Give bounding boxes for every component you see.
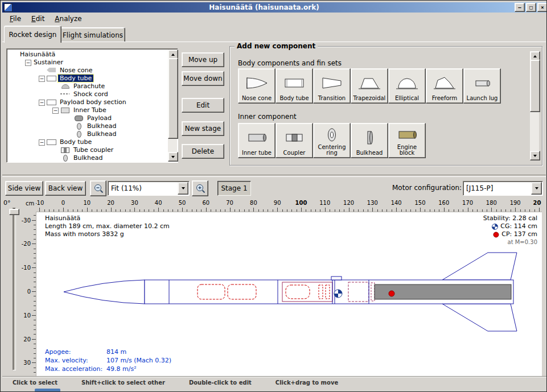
tab-flight-simulations[interactable]: Flight simulations	[60, 27, 125, 42]
tree-expander-spacer	[52, 147, 59, 153]
tree-item-nose-cone[interactable]: Nose cone	[7, 66, 168, 74]
rotation-slider-track[interactable]	[13, 208, 16, 370]
ruler-tick	[32, 291, 36, 292]
zoom-select[interactable]: Fit (11%)	[108, 181, 190, 196]
scrollbar-thumb[interactable]	[530, 60, 540, 112]
tree-item-label: Bulkhead	[85, 122, 118, 130]
tree-item-haisunäätä[interactable]: Haisunäätä	[7, 50, 168, 58]
tree-item-tube-coupler[interactable]: Tube coupler	[7, 146, 168, 154]
scroll-down-icon[interactable]	[530, 151, 540, 160]
tree-item-label: Body tube	[58, 138, 93, 146]
tree-item-payload-body-section[interactable]: Payload body section	[7, 98, 168, 106]
add-coupler-button[interactable]: Coupler	[275, 123, 313, 158]
coupler-icon	[59, 147, 72, 153]
fin-bottom[interactable]	[442, 304, 517, 331]
tree-item-bulkhead[interactable]: Bulkhead	[7, 154, 168, 162]
tree-item-inner-tube[interactable]: Inner Tube	[7, 106, 168, 114]
rocket-info: Haisunäätä Length 189 cm, max. diameter …	[45, 214, 170, 238]
hint-drag: Click+drag to move	[275, 379, 338, 386]
chevron-down-icon[interactable]	[531, 182, 542, 195]
ruler-label: 180	[486, 200, 497, 206]
chevron-down-icon[interactable]	[178, 182, 188, 195]
component-tree[interactable]: HaisunäätäSustainerNose coneBody tubePar…	[7, 49, 168, 162]
add-nose-cone-button[interactable]: Nose cone	[238, 68, 275, 104]
ruler-label: 80	[250, 200, 257, 206]
menu-file[interactable]: File	[5, 13, 26, 24]
stage-1-toggle[interactable]: Stage 1	[217, 181, 251, 196]
maximize-button[interactable]: □	[526, 3, 536, 12]
close-button[interactable]: ×	[537, 3, 547, 12]
launch-lug-shape[interactable]	[331, 277, 342, 280]
window-title: Haisunäätä (haisunaata.ork)	[15, 3, 513, 11]
tree-expander-icon[interactable]	[24, 59, 32, 65]
rocket-canvas[interactable]: Haisunäätä Length 189 cm, max. diameter …	[36, 212, 542, 377]
delete-button[interactable]: Delete	[182, 144, 224, 159]
add-trapezoidal-fin-button[interactable]: Trapezoidal	[351, 68, 388, 104]
ruler-tick	[325, 208, 326, 212]
title-bar: Haisunäätä (haisunaata.ork) ‒ □ ×	[2, 2, 547, 13]
minimize-button[interactable]: ‒	[515, 3, 525, 12]
tree-item-payload[interactable]: Payload	[7, 114, 168, 122]
ruler-label: 70	[226, 200, 233, 206]
vertical-ruler: -30-20-100102030	[18, 212, 36, 376]
fin-top[interactable]	[442, 253, 517, 280]
tree-expander-icon[interactable]	[38, 139, 46, 145]
tree-item-body-tube[interactable]: Body tube	[7, 138, 168, 146]
ruler-label: 50	[179, 200, 186, 206]
tab-rocket-design[interactable]: Rocket design	[4, 26, 61, 43]
add-transition-button[interactable]: Transition	[313, 68, 351, 104]
freeform-fin-icon	[432, 76, 457, 90]
ruler-unit-label: cm	[26, 200, 34, 207]
zoom-out-button[interactable]	[90, 180, 106, 196]
panel-divider	[2, 175, 546, 177]
scrollbar-thumb[interactable]	[168, 58, 178, 139]
tree-item-label: Sustainer	[32, 59, 65, 66]
zoom-out-icon	[93, 183, 104, 193]
tree-expander-icon[interactable]	[38, 75, 46, 81]
tree-item-body-tube[interactable]: Body tube	[7, 74, 168, 82]
shockcord-icon	[59, 91, 72, 97]
tree-scrollbar[interactable]	[168, 49, 177, 162]
tree-item-label: Bulkhead	[85, 130, 118, 138]
add-freeform-fin-button[interactable]: Freeform	[426, 68, 463, 104]
add-inner-tube-button[interactable]: Inner tube	[238, 123, 275, 158]
move-up-button[interactable]: Move up	[182, 52, 224, 67]
tree-expander-icon[interactable]	[52, 107, 59, 113]
zoom-in-icon	[195, 183, 205, 193]
add-engine-block-button[interactable]: Engine block	[388, 123, 426, 158]
menu-edit[interactable]: Edit	[26, 13, 50, 24]
menu-analyze[interactable]: Analyze	[50, 13, 87, 24]
edit-button[interactable]: Edit	[182, 98, 224, 113]
motor-shape[interactable]	[375, 284, 511, 299]
tree-item-shock-cord[interactable]: Shock cord	[7, 90, 168, 98]
tree-expander-icon[interactable]	[38, 99, 46, 105]
palette-scrollbar[interactable]	[530, 51, 539, 160]
tree-item-sustainer[interactable]: Sustainer	[7, 58, 168, 66]
launch-lug-icon	[470, 76, 495, 90]
ruler-tick	[32, 362, 36, 363]
side-view-button[interactable]: Side view	[5, 181, 43, 196]
zoom-in-button[interactable]	[192, 180, 208, 196]
scroll-down-icon[interactable]	[168, 152, 178, 162]
add-centering-ring-button[interactable]: Centering ring	[313, 123, 351, 158]
parachute-icon	[59, 83, 72, 89]
ruler-label: 20	[23, 336, 31, 342]
move-down-button[interactable]: Move down	[182, 71, 224, 86]
new-stage-button[interactable]: New stage	[182, 121, 224, 136]
motor-configuration-select[interactable]: [J115-P]	[463, 181, 543, 196]
tree-item-parachute[interactable]: Parachute	[7, 82, 168, 90]
ruler-tick	[63, 208, 64, 212]
add-body-tube-button[interactable]: Body tube	[275, 68, 313, 104]
nose-cone-shape[interactable]	[64, 280, 145, 304]
tree-item-bulkhead[interactable]: Bulkhead	[7, 130, 168, 138]
back-view-button[interactable]: Back view	[45, 181, 86, 196]
ruler-label: 120	[343, 200, 354, 206]
tree-expander-spacer	[52, 83, 59, 89]
ruler-label: 130	[367, 200, 378, 206]
tree-item-bulkhead[interactable]: Bulkhead	[7, 122, 168, 130]
ruler-label: 160	[438, 200, 449, 206]
add-elliptical-fin-button[interactable]: Elliptical	[388, 68, 426, 104]
add-launch-lug-button[interactable]: Launch lug	[463, 68, 501, 104]
add-bulkhead-button[interactable]: Bulkhead	[351, 123, 388, 158]
ruler-label: 170	[462, 200, 473, 206]
